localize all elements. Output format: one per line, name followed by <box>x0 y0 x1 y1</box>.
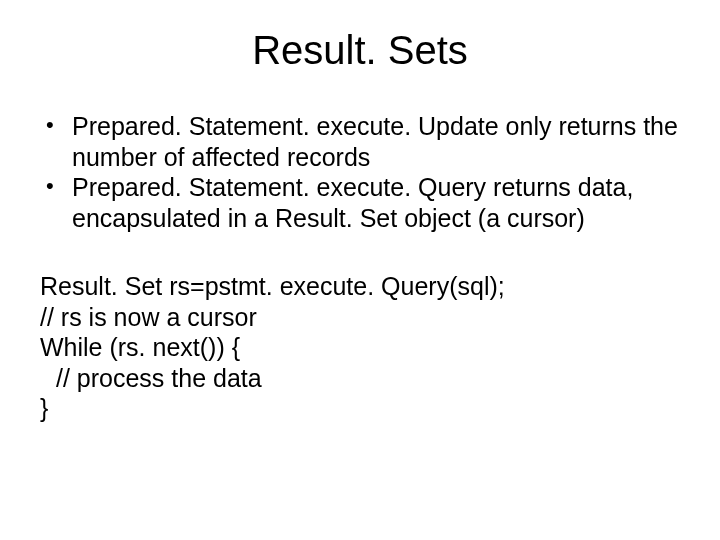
code-line: While (rs. next()) { <box>40 332 680 363</box>
code-line: // process the data <box>40 363 680 394</box>
bullet-item: Prepared. Statement. execute. Update onl… <box>40 111 680 172</box>
code-line: Result. Set rs=pstmt. execute. Query(sql… <box>40 271 680 302</box>
code-line: // rs is now a cursor <box>40 302 680 333</box>
code-line: } <box>40 393 680 424</box>
slide-title: Result. Sets <box>40 28 680 73</box>
code-block: Result. Set rs=pstmt. execute. Query(sql… <box>40 271 680 424</box>
bullet-item: Prepared. Statement. execute. Query retu… <box>40 172 680 233</box>
bullet-list: Prepared. Statement. execute. Update onl… <box>40 111 680 233</box>
